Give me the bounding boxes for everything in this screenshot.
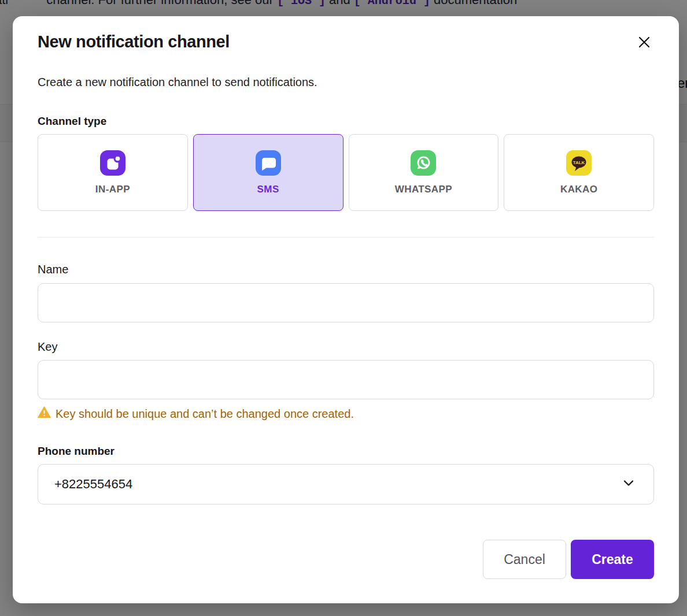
key-label: Key [38,340,654,353]
kakao-icon: TALK [566,150,592,176]
close-button[interactable] [634,32,654,52]
dialog-subtitle: Create a new notification channel to sen… [38,75,654,89]
new-notification-channel-dialog: New notification channel Create a new no… [13,16,679,603]
create-button[interactable]: Create [571,540,654,579]
chevron-down-icon [622,479,635,489]
sms-icon [256,150,281,176]
phone-number-select[interactable]: +8225554654 [38,464,654,504]
channel-option-label: WHATSAPP [395,184,452,195]
whatsapp-icon [411,150,436,176]
key-input[interactable] [38,360,654,399]
channel-option-in-app[interactable]: IN-APP [38,134,188,211]
channel-option-kakao[interactable]: TALK KAKAO [504,134,654,211]
phone-number-label: Phone number [38,445,654,458]
channel-type-label: Channel type [38,115,654,128]
channel-option-label: KAKAO [560,184,597,195]
in-app-icon [100,150,125,176]
close-icon [636,44,653,53]
dialog-footer: Cancel Create [38,540,654,579]
svg-text:TALK: TALK [573,159,585,165]
key-warning-text: Key should be unique and can’t be change… [56,407,354,421]
key-warning: Key should be unique and can’t be change… [38,406,654,421]
channel-type-options: IN-APP SMS WHATSAPP [38,134,654,211]
section-divider [38,237,654,238]
phone-number-value: +8225554654 [54,477,132,492]
dialog-title: New notification channel [38,31,230,52]
name-input[interactable] [38,283,654,322]
name-label: Name [38,263,654,276]
dialog-header: New notification channel [38,31,654,52]
cancel-button[interactable]: Cancel [483,540,566,579]
channel-option-sms[interactable]: SMS [193,134,344,211]
warning-triangle-icon [38,406,51,421]
channel-option-label: SMS [257,184,279,195]
channel-option-whatsapp[interactable]: WHATSAPP [349,134,499,211]
channel-option-label: IN-APP [95,184,130,195]
